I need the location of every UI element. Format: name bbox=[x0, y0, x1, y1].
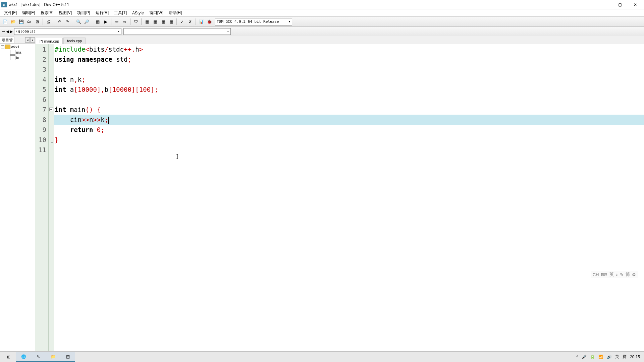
tray-lang2[interactable]: 拼 bbox=[623, 354, 627, 360]
run-icon[interactable]: ▶ bbox=[102, 18, 109, 25]
find-icon[interactable]: 🔍 bbox=[75, 18, 82, 25]
editor-tabs: [*] main.cpp tools.cpp bbox=[35, 36, 644, 44]
sidebar-tab-project[interactable]: 项目管 bbox=[0, 37, 14, 43]
tree-file-label: to bbox=[16, 56, 19, 60]
grid4-icon[interactable]: ▦ bbox=[167, 18, 175, 25]
ime-item[interactable]: 英 bbox=[609, 272, 614, 278]
code-editor[interactable]: 1234567891011 − #include<bits/stdc++.h>u… bbox=[35, 44, 644, 358]
replace-icon[interactable]: 🔎 bbox=[83, 18, 90, 25]
back-icon[interactable]: ⇦ bbox=[113, 18, 120, 25]
secondary-toolbar: ⮕ ◀ ▶ (globals) ▾ ▾ bbox=[0, 27, 644, 36]
code-line[interactable]: using namespace std; bbox=[54, 54, 644, 64]
tree-collapse-icon[interactable]: − bbox=[1, 45, 4, 49]
grid1-icon[interactable]: ▦ bbox=[143, 18, 151, 25]
editor-tab-tools[interactable]: tools.cpp bbox=[63, 38, 86, 44]
fold-toggle-icon[interactable]: − bbox=[49, 108, 53, 111]
scope-select[interactable]: (globals) ▾ bbox=[14, 28, 121, 35]
tray-mic-icon[interactable]: 🎤 bbox=[582, 355, 587, 359]
system-tray: ^ 🎤 🔋 📶 🔊 英 拼 20:15 bbox=[576, 354, 643, 360]
code-line[interactable] bbox=[54, 64, 644, 74]
compiler-select-value: TDM-GCC 4.9.2 64-bit Release bbox=[217, 19, 279, 24]
bookmark-prev-icon[interactable]: ◀ bbox=[6, 29, 9, 34]
bookmark-next-icon[interactable]: ▶ bbox=[10, 29, 13, 34]
goto-icon[interactable]: ⮕ bbox=[1, 29, 5, 34]
menu-tools[interactable]: 工具[T] bbox=[111, 9, 129, 16]
ime-item[interactable]: ⌨ bbox=[601, 272, 607, 277]
taskbar: ⊞ 🌐 ✎ 📁 ▤ ^ 🎤 🔋 📶 🔊 英 拼 20:15 bbox=[0, 351, 644, 362]
code-line[interactable] bbox=[54, 145, 644, 155]
menu-astyle[interactable]: AStyle bbox=[129, 10, 147, 16]
ime-item[interactable]: 简 bbox=[626, 272, 630, 278]
close-file-icon[interactable]: ⊠ bbox=[34, 18, 41, 25]
tree-file-node[interactable]: to bbox=[1, 55, 34, 60]
menu-help[interactable]: 帮助[H] bbox=[166, 9, 184, 16]
menu-edit[interactable]: 编辑[E] bbox=[19, 9, 38, 16]
project-sidebar: 项目管 ◂ ▸ − wkx1 ma to ◂ ▸ bbox=[0, 36, 35, 358]
taskbar-explorer[interactable]: 📁 bbox=[46, 352, 60, 362]
taskbar-app[interactable]: ✎ bbox=[31, 352, 46, 362]
code-line[interactable]: int main() { bbox=[54, 105, 644, 115]
menu-run[interactable]: 运行[R] bbox=[93, 9, 111, 16]
chevron-down-icon: ▾ bbox=[227, 29, 229, 34]
save-all-icon[interactable]: 🗂 bbox=[25, 18, 33, 25]
menu-window[interactable]: 窗口[W] bbox=[147, 9, 166, 16]
code-line[interactable] bbox=[54, 95, 644, 105]
menu-file[interactable]: 文件[F] bbox=[1, 9, 19, 16]
project-tree[interactable]: − wkx1 ma to bbox=[0, 44, 35, 352]
title-bar: D wkx1 - [wkx1.dev] - Dev-C++ 5.11 ─ ▢ ✕ bbox=[0, 0, 644, 9]
code-line[interactable]: int n,k; bbox=[54, 74, 644, 84]
undo-icon[interactable]: ↶ bbox=[56, 18, 63, 25]
tray-battery-icon[interactable]: 🔋 bbox=[590, 355, 595, 359]
forward-icon[interactable]: ⇨ bbox=[121, 18, 128, 25]
compile-icon[interactable]: ▦ bbox=[94, 18, 101, 25]
tray-lang1[interactable]: 英 bbox=[615, 354, 619, 360]
open-file-icon[interactable]: 📂 bbox=[9, 18, 17, 25]
cancel-icon[interactable]: ✗ bbox=[186, 18, 194, 25]
code-line[interactable]: } bbox=[54, 135, 644, 145]
tree-file-node[interactable]: ma bbox=[1, 50, 34, 55]
code-line[interactable]: cin>>n>>k; bbox=[54, 115, 644, 125]
grid3-icon[interactable]: ▦ bbox=[159, 18, 167, 25]
sidebar-nav-left[interactable]: ◂ bbox=[25, 37, 30, 43]
debug-icon[interactable]: 🐞 bbox=[206, 18, 213, 25]
redo-icon[interactable]: ↷ bbox=[64, 18, 71, 25]
close-button[interactable]: ✕ bbox=[631, 1, 640, 8]
new-file-icon[interactable]: 📄 bbox=[1, 18, 9, 25]
maximize-button[interactable]: ▢ bbox=[615, 1, 625, 8]
ime-item[interactable]: CH bbox=[593, 272, 599, 277]
symbol-select[interactable]: ▾ bbox=[123, 28, 231, 35]
ime-item[interactable]: ⚙ bbox=[632, 272, 636, 277]
tray-wifi-icon[interactable]: 📶 bbox=[598, 355, 603, 359]
tray-clock[interactable]: 20:15 bbox=[630, 355, 640, 359]
ime-item[interactable]: ✎ bbox=[620, 272, 624, 277]
print-icon[interactable]: 🖨 bbox=[45, 18, 52, 25]
grid2-icon[interactable]: ▦ bbox=[151, 18, 159, 25]
start-button[interactable]: ⊞ bbox=[1, 352, 16, 362]
menu-view[interactable]: 视图[V] bbox=[56, 9, 74, 16]
tray-chevron-icon[interactable]: ^ bbox=[576, 355, 578, 359]
check-icon[interactable]: ✓ bbox=[178, 18, 186, 25]
save-icon[interactable]: 💾 bbox=[17, 18, 25, 25]
scope-select-value: (globals) bbox=[16, 29, 36, 34]
sidebar-nav-right[interactable]: ▸ bbox=[30, 37, 35, 43]
sidebar-tabs: 项目管 ◂ ▸ bbox=[0, 36, 35, 44]
profile-icon[interactable]: 📊 bbox=[198, 18, 205, 25]
menu-search[interactable]: 搜索[S] bbox=[38, 9, 56, 16]
code-line[interactable]: int a[10000],b[10000][100]; bbox=[54, 84, 644, 95]
tree-project-node[interactable]: − wkx1 bbox=[1, 44, 34, 50]
bookmark-icon[interactable]: 🛡 bbox=[132, 18, 140, 25]
code-content[interactable]: #include<bits/stdc++.h>using namespace s… bbox=[54, 44, 644, 358]
editor-tab-main[interactable]: [*] main.cpp bbox=[36, 38, 63, 44]
minimize-button[interactable]: ─ bbox=[600, 1, 609, 8]
code-line[interactable]: #include<bits/stdc++.h> bbox=[54, 44, 644, 54]
menu-project[interactable]: 项目[P] bbox=[74, 9, 93, 16]
taskbar-devcpp[interactable]: ▤ bbox=[60, 352, 75, 362]
file-icon bbox=[10, 55, 15, 60]
taskbar-chrome[interactable]: 🌐 bbox=[16, 352, 31, 362]
chevron-down-icon: ▾ bbox=[117, 29, 120, 34]
tray-volume-icon[interactable]: 🔊 bbox=[607, 355, 612, 359]
code-line[interactable]: return 0; bbox=[54, 125, 644, 135]
ime-indicator[interactable]: CH ⌨ 英 ♪ ✎ 简 ⚙ bbox=[591, 271, 638, 278]
compiler-select[interactable]: TDM-GCC 4.9.2 64-bit Release ▾ bbox=[215, 18, 292, 25]
ime-item[interactable]: ♪ bbox=[616, 272, 618, 277]
